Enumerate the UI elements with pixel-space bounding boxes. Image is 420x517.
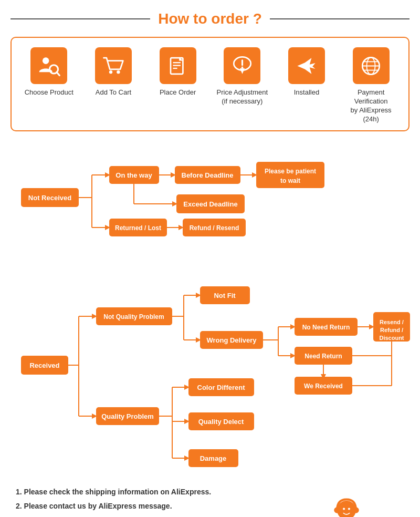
page-title: How to order ? xyxy=(150,11,270,27)
svg-line-2 xyxy=(57,72,59,75)
svg-text:to wait: to wait xyxy=(280,177,300,184)
received-label: Received xyxy=(29,361,59,369)
customer-service-icon xyxy=(323,487,370,517)
steps-row: Choose Product Add To Cart xyxy=(17,47,403,124)
header: How to order ? xyxy=(10,11,410,27)
refund-resend-label: Refund / Resend xyxy=(190,224,239,232)
wrong-delivery-label: Wrong Delivery xyxy=(206,336,257,344)
step-installed: Installed xyxy=(278,47,335,97)
notes-text: 1. Please check the shipping information… xyxy=(16,487,289,517)
step-label-payment-verification: Payment Verification by AliExpress (24h) xyxy=(342,88,400,124)
step-label-choose-product: Choose Product xyxy=(25,88,74,97)
svg-point-3 xyxy=(109,70,112,74)
step-price-adjustment: Price Adjustment (if necessary) xyxy=(213,47,271,106)
step-add-to-cart: Add To Cart xyxy=(85,47,142,97)
title-prefix: How to xyxy=(158,11,211,27)
need-return-label: Need Return xyxy=(304,353,342,360)
step-icon-price-adjustment xyxy=(224,47,260,84)
svg-point-4 xyxy=(117,70,120,74)
step-payment-verification: Payment Verification by AliExpress (24h) xyxy=(342,47,400,124)
flow1-diagram: Not Received On the way Before Deadline … xyxy=(16,146,415,262)
svg-point-96 xyxy=(353,507,359,513)
step-label-place-order: Place Order xyxy=(160,88,196,97)
steps-box: Choose Product Add To Cart xyxy=(10,37,410,131)
on-the-way-label: On the way xyxy=(116,171,152,179)
note-line2: 2. Please contact us by AliExpress messa… xyxy=(16,501,289,512)
document-upload-icon xyxy=(166,54,190,78)
flow1-section: Not Received On the way Before Deadline … xyxy=(10,146,410,264)
globe-icon xyxy=(359,54,383,78)
before-deadline-label: Before Deadline xyxy=(182,171,234,179)
speech-bubble-area: If you have any else requirements, you c… xyxy=(289,487,404,517)
quality-problem-label: Quality Problem xyxy=(101,412,154,420)
step-choose-product: Choose Product xyxy=(20,47,78,97)
header-left-line xyxy=(10,18,150,19)
header-right-line xyxy=(270,18,410,19)
svg-text:Discount: Discount xyxy=(379,335,404,341)
quality-defect-label: Quality Delect xyxy=(198,418,244,426)
not-quality-problem-label: Not Quality Problem xyxy=(103,313,164,320)
title-highlight: order xyxy=(211,11,249,27)
damage-label: Damage xyxy=(200,454,227,462)
not-received-label: Not Received xyxy=(28,194,71,202)
notes-section: 1. Please check the shipping information… xyxy=(10,487,410,517)
step-icon-choose-product xyxy=(30,47,67,84)
cart-icon xyxy=(101,54,125,78)
we-received-label: We Received xyxy=(304,382,343,390)
step-place-order: Place Order xyxy=(149,47,207,97)
exceed-deadline-label: Exceed Deadline xyxy=(183,200,237,208)
step-label-price-adjustment: Price Adjustment (if necessary) xyxy=(217,88,268,106)
step-icon-place-order xyxy=(160,47,196,84)
please-be-patient-label: Please be patient xyxy=(265,168,316,175)
resend-refund-discount-label: Resend / xyxy=(380,319,404,325)
price-tag-alert-icon xyxy=(230,54,254,78)
not-fit-label: Not Fit xyxy=(214,292,236,299)
note-line3: 3. Check the package and item carefully. xyxy=(16,515,289,517)
no-need-return-label: No Need Return xyxy=(302,324,350,331)
svg-point-97 xyxy=(343,508,345,510)
note-line1: 1. Please check the shipping information… xyxy=(16,487,289,498)
title-suffix: ? xyxy=(249,11,262,27)
search-person-icon xyxy=(37,54,61,78)
svg-point-0 xyxy=(43,57,49,64)
plane-icon xyxy=(295,54,318,78)
flow2-diagram: Received Not Quality Problem Not Fit Wro… xyxy=(16,274,415,474)
svg-text:Refund /: Refund / xyxy=(380,327,403,333)
svg-point-13 xyxy=(241,66,243,68)
step-icon-add-to-cart xyxy=(95,47,132,84)
step-icon-installed xyxy=(288,47,325,84)
step-icon-payment-verification xyxy=(353,47,390,84)
color-different-label: Color Different xyxy=(197,384,246,391)
flow2-section: Received Not Quality Problem Not Fit Wro… xyxy=(10,274,410,476)
svg-point-95 xyxy=(334,507,340,513)
svg-point-98 xyxy=(348,508,350,510)
svg-marker-11 xyxy=(240,68,245,74)
returned-lost-label: Returned / Lost xyxy=(115,224,161,232)
step-label-add-to-cart: Add To Cart xyxy=(96,88,131,97)
step-label-installed: Installed xyxy=(294,88,319,97)
